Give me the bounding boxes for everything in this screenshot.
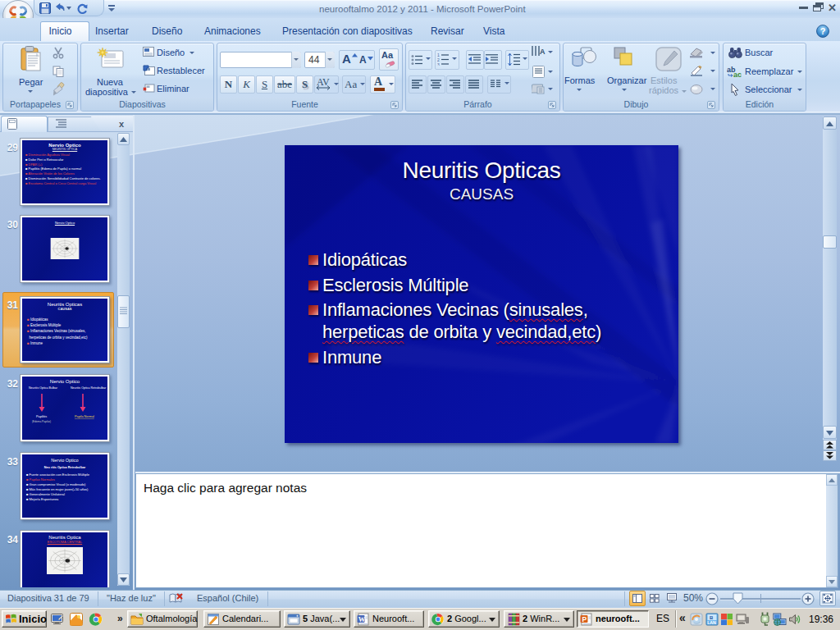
svg-text:A: A xyxy=(540,48,546,56)
svg-text:?: ? xyxy=(820,26,826,36)
svg-text:P: P xyxy=(582,615,587,623)
svg-text:LAN: LAN xyxy=(707,620,716,625)
svg-text:(Edema Papilar): (Edema Papilar) xyxy=(32,420,51,423)
svg-text:Papilitis: Papilitis xyxy=(36,415,47,418)
svg-text:Papila Normal: Papila Normal xyxy=(75,415,94,418)
svg-text:3: 3 xyxy=(437,62,440,66)
svg-text:ac: ac xyxy=(733,71,742,77)
svg-text:W: W xyxy=(358,615,366,623)
